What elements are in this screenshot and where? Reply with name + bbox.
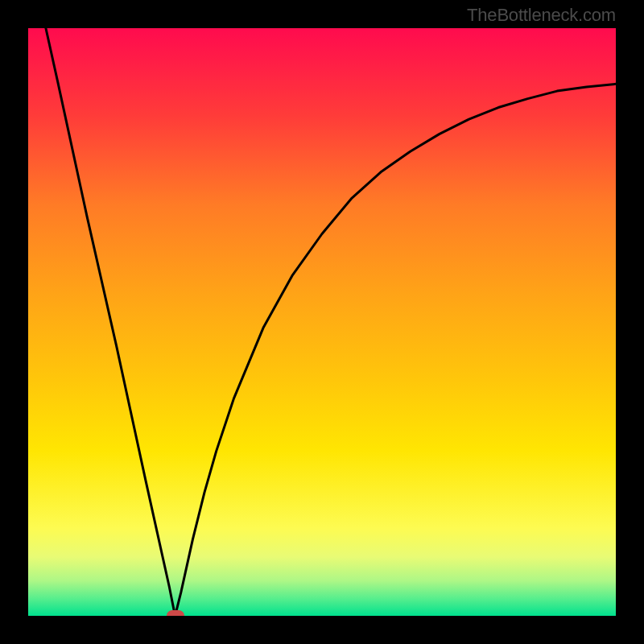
chart-container: TheBottleneck.com xyxy=(0,0,644,644)
attribution-text: TheBottleneck.com xyxy=(467,5,616,26)
chart-frame xyxy=(0,0,644,644)
